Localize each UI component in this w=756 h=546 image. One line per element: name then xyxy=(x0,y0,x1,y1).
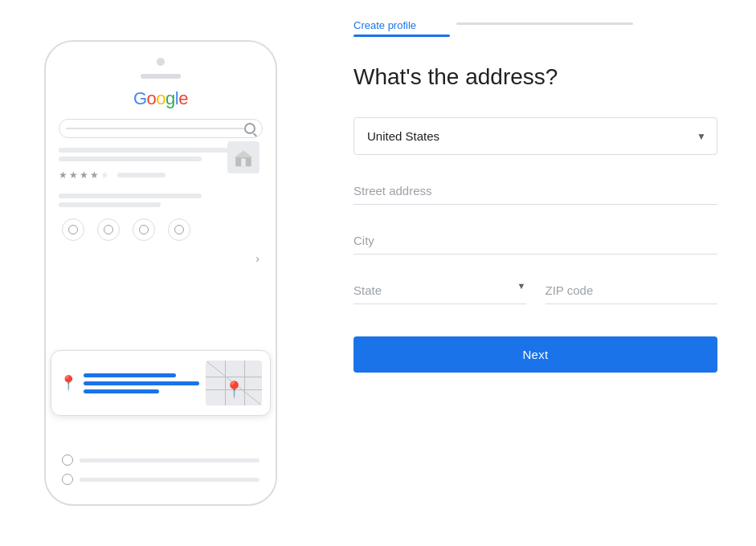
state-zip-row: State Alabama Alaska Arizona California … xyxy=(353,274,717,304)
state-select[interactable]: State Alabama Alaska Arizona California … xyxy=(353,274,517,297)
share-action-circle xyxy=(168,218,190,241)
star-rating: ★ ★ ★ ★ ★ xyxy=(59,169,109,181)
street-field xyxy=(353,174,717,205)
directions-action-circle xyxy=(97,218,120,241)
action-inner xyxy=(139,225,149,234)
tab-create-profile[interactable]: Create profile xyxy=(353,19,450,37)
phone-bottom-rows xyxy=(55,451,266,488)
progress-tabs: Create profile xyxy=(353,19,717,37)
map-thumbnail: 📍 xyxy=(206,361,262,405)
search-icon xyxy=(244,123,255,134)
action-icons-row xyxy=(55,215,266,244)
skel-line xyxy=(59,148,243,153)
phone-mockup-panel: Google ★ ★ ★ ★ ★ xyxy=(0,0,321,546)
street-input[interactable] xyxy=(353,174,717,205)
phone-action-circle xyxy=(62,218,84,241)
skel-line xyxy=(117,173,166,177)
skel-line xyxy=(59,157,202,161)
phone-icon-small xyxy=(62,454,73,466)
web-icon-small xyxy=(62,474,73,485)
svg-marker-1 xyxy=(235,151,252,157)
location-text-lines xyxy=(84,373,199,393)
state-select-wrapper[interactable]: State Alabama Alaska Arizona California … xyxy=(353,274,526,304)
google-logo: Google xyxy=(133,88,188,109)
location-pin-icon: 📍 xyxy=(59,374,77,392)
map-pin-icon: 📍 xyxy=(224,380,244,399)
state-select-arrow-icon: ▼ xyxy=(517,281,526,291)
form-panel: Create profile What's the address? Unite… xyxy=(321,0,756,546)
city-field xyxy=(353,224,717,255)
phone-screen: Google ★ ★ ★ ★ ★ xyxy=(55,85,266,488)
bottom-row-phone xyxy=(62,454,259,466)
tab-bar-inactive xyxy=(456,22,633,25)
page-title: What's the address? xyxy=(353,63,717,92)
star-icon: ★ xyxy=(80,169,88,181)
phone-search-bar xyxy=(59,119,263,138)
search-bar-line xyxy=(66,128,244,129)
bottom-row-web xyxy=(62,474,259,485)
location-card: 📍 📍 xyxy=(51,350,271,416)
skeleton-content-2 xyxy=(55,194,266,207)
skel-line xyxy=(59,194,202,198)
star-icon: ★ xyxy=(59,169,67,181)
svg-rect-2 xyxy=(241,158,246,166)
store-icon xyxy=(227,141,259,173)
country-select-wrapper[interactable]: United States Canada United Kingdom Aust… xyxy=(353,117,717,155)
country-field: United States Canada United Kingdom Aust… xyxy=(353,117,717,155)
tab-create-profile-label: Create profile xyxy=(353,19,450,31)
google-logo-area: Google xyxy=(55,85,266,114)
store-svg xyxy=(232,146,255,169)
next-button[interactable]: Next xyxy=(353,336,717,373)
action-inner xyxy=(68,225,78,234)
skel-line xyxy=(59,202,161,207)
country-select[interactable]: United States Canada United Kingdom Aust… xyxy=(353,117,717,155)
star-icon: ★ xyxy=(100,169,109,181)
star-icon: ★ xyxy=(90,169,99,181)
action-inner xyxy=(104,225,113,234)
state-field: State Alabama Alaska Arizona California … xyxy=(353,274,526,304)
star-icon: ★ xyxy=(69,169,78,181)
chevron-right-icon: › xyxy=(55,252,266,265)
city-input[interactable] xyxy=(353,224,717,255)
location-line xyxy=(84,381,199,385)
zip-field xyxy=(546,274,718,304)
action-inner xyxy=(174,225,184,234)
location-line xyxy=(84,389,159,393)
bottom-skel xyxy=(80,478,259,482)
zip-input[interactable] xyxy=(546,274,718,304)
location-line xyxy=(84,373,176,377)
tab-bar-active xyxy=(353,35,450,37)
phone-camera xyxy=(157,58,165,66)
save-action-circle xyxy=(133,218,155,241)
phone-device: Google ★ ★ ★ ★ ★ xyxy=(44,40,277,506)
bottom-skel xyxy=(80,458,259,462)
tab-second[interactable] xyxy=(456,19,633,37)
phone-speaker xyxy=(141,74,181,79)
